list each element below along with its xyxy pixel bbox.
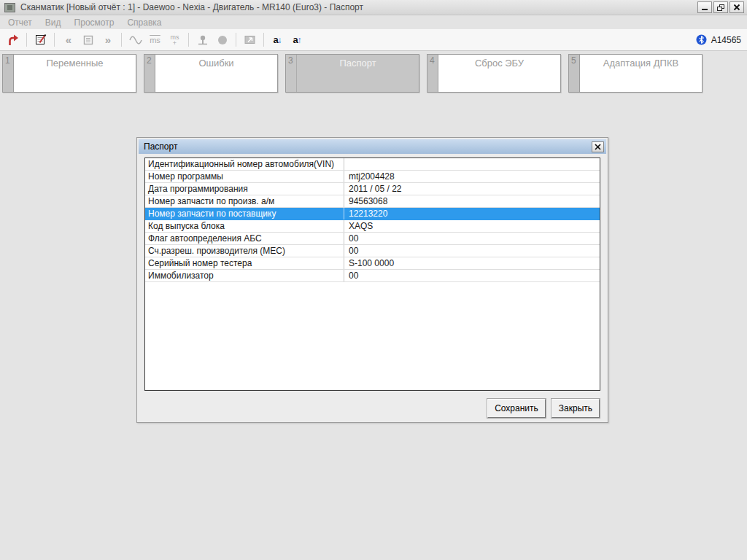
ms-period-button[interactable]: ms xyxy=(146,31,164,49)
menu-item-label: Вид xyxy=(45,18,61,28)
tab[interactable]: 4 Сброс ЭБУ xyxy=(427,54,561,93)
tab[interactable]: 5 Адаптация ДПКВ xyxy=(568,54,703,93)
record-button[interactable] xyxy=(213,31,231,49)
tab-row: 1 Переменные 2 Ошибки 3 Паспорт 4 Сброс … xyxy=(0,51,747,93)
tab[interactable]: 3 Паспорт xyxy=(285,54,419,93)
row-value: 00 xyxy=(344,233,600,244)
pin-marker-icon xyxy=(196,34,209,46)
table-row[interactable]: Флаг автоопределения АБС 00 xyxy=(145,233,600,245)
waveform-button[interactable] xyxy=(126,31,144,49)
table-row[interactable]: Код выпуска блока XAQS xyxy=(145,220,600,233)
notepad-edit-icon xyxy=(34,34,47,46)
menu-item[interactable]: Справка xyxy=(120,16,168,29)
row-value xyxy=(344,158,600,170)
record-circle-icon xyxy=(217,34,228,46)
snapshot-button[interactable] xyxy=(241,31,259,49)
passport-dialog: Паспорт Идентификационный номер автомоби… xyxy=(136,137,608,423)
next-page-button[interactable]: » xyxy=(98,31,117,49)
row-value: mtj2004428 xyxy=(344,171,600,182)
row-label: Сч.разреш. производителя (МЕС) xyxy=(145,245,344,257)
tab-number: 3 xyxy=(286,55,297,92)
toolbar-separator xyxy=(236,33,236,47)
toolbar-separator xyxy=(263,33,264,47)
table-row[interactable]: Идентификационный номер автомобиля(VIN) xyxy=(145,158,600,171)
toolbar: « » ms ms + xyxy=(0,29,747,51)
restore-button[interactable] xyxy=(713,1,728,13)
tab[interactable]: 2 Ошибки xyxy=(144,54,278,93)
table-row[interactable]: Номер запчасти по произв. а/м 94563068 xyxy=(145,195,600,208)
tab-label: Адаптация ДПКВ xyxy=(580,55,702,92)
tab-number: 5 xyxy=(569,55,580,92)
tab-label: Паспорт xyxy=(297,55,419,92)
table-row[interactable]: Дата программирования 2011 / 05 / 22 xyxy=(145,183,600,195)
toolbar-separator xyxy=(54,33,55,47)
row-value: S-100 0000 xyxy=(344,257,600,269)
sine-wave-icon xyxy=(129,35,142,45)
sort-up-button[interactable]: a↑ xyxy=(288,31,306,49)
next-chevron-icon: » xyxy=(105,34,110,46)
ms-plus-label: ms + xyxy=(171,34,179,46)
table-row[interactable]: Номер программы mtj2004428 xyxy=(145,171,600,183)
app-icon xyxy=(4,3,15,12)
restore-icon xyxy=(716,4,725,12)
prev-page-button[interactable]: « xyxy=(59,31,77,49)
report-list-icon xyxy=(82,34,94,46)
dialog-title: Паспорт xyxy=(144,141,592,152)
row-value: 94563068 xyxy=(344,195,600,207)
menu-item-label: Отчет xyxy=(8,18,32,28)
menu-item[interactable]: Просмотр xyxy=(68,16,121,29)
row-label: Номер программы xyxy=(145,171,344,182)
table-row[interactable]: Номер запчасти по поставщику 12213220 xyxy=(145,208,600,220)
arrow-down-icon: ↓ xyxy=(278,35,282,45)
row-label: Номер запчасти по произв. а/м xyxy=(145,195,344,207)
table-row[interactable]: Иммобилизатор 00 xyxy=(145,270,600,282)
tab[interactable]: 1 Переменные xyxy=(2,54,136,93)
report-view-button[interactable] xyxy=(79,31,97,49)
tab-number: 1 xyxy=(3,55,14,92)
menu-item[interactable]: Вид xyxy=(39,16,68,29)
row-label: Серийный номер тестера xyxy=(145,257,344,269)
close-button[interactable] xyxy=(729,1,744,13)
device-id: A14565 xyxy=(711,35,741,45)
window-titlebar: Сканматик [Новый отчёт : 1] - Daewoo - N… xyxy=(0,0,747,15)
row-label: Иммобилизатор xyxy=(145,270,344,281)
close-dialog-button[interactable]: Закрыть xyxy=(551,399,600,418)
toolbar-separator xyxy=(121,33,122,47)
image-export-icon xyxy=(244,34,256,45)
passport-table: Идентификационный номер автомобиля(VIN) … xyxy=(144,158,600,391)
close-icon xyxy=(595,144,601,150)
tab-number: 4 xyxy=(427,55,438,92)
marker-button[interactable] xyxy=(193,31,212,49)
ms-plus-button[interactable]: ms + xyxy=(166,31,184,49)
dialog-titlebar: Паспорт xyxy=(139,139,606,154)
row-value: 12213220 xyxy=(344,208,600,219)
save-button[interactable]: Сохранить xyxy=(487,399,546,418)
new-report-button[interactable] xyxy=(31,31,50,49)
table-row[interactable]: Серийный номер тестера S-100 0000 xyxy=(145,257,600,270)
table-row[interactable]: Сч.разреш. производителя (МЕС) 00 xyxy=(145,245,600,257)
row-value: 2011 / 05 / 22 xyxy=(344,183,600,195)
minimize-icon xyxy=(701,4,708,11)
ms-period-label: ms xyxy=(150,36,160,44)
toolbar-separator xyxy=(26,33,27,47)
window-title: Сканматик [Новый отчёт : 1] - Daewoo - N… xyxy=(20,2,696,12)
dialog-close-button[interactable] xyxy=(592,141,604,152)
connection-status: A14565 xyxy=(696,34,741,45)
close-icon xyxy=(733,4,740,11)
minimize-button[interactable] xyxy=(697,1,712,13)
prev-chevron-icon: « xyxy=(66,34,71,46)
tab-label: Переменные xyxy=(14,55,136,92)
menu-item[interactable]: Отчет xyxy=(1,16,39,29)
menu-item-label: Справка xyxy=(127,18,161,28)
row-value: 00 xyxy=(344,245,600,257)
report-up-arrow-icon xyxy=(7,34,19,46)
row-label: Флаг автоопределения АБС xyxy=(145,233,344,244)
report-up-button[interactable] xyxy=(4,31,22,49)
arrow-up-icon: ↑ xyxy=(298,35,302,45)
row-value: 00 xyxy=(344,270,600,281)
tab-label: Сброс ЭБУ xyxy=(438,55,560,92)
dialog-buttons: Сохранить Закрыть xyxy=(144,399,600,418)
menu-item-label: Просмотр xyxy=(74,18,115,28)
toolbar-separator xyxy=(188,33,189,47)
sort-down-button[interactable]: a↓ xyxy=(268,31,287,49)
